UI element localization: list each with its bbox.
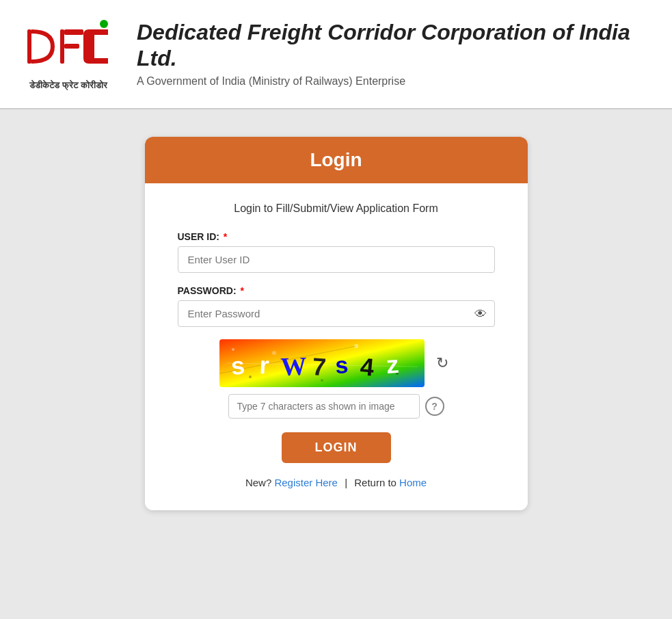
password-required-star: * bbox=[240, 285, 243, 296]
svg-text:s: s bbox=[334, 352, 349, 378]
captcha-help-button[interactable]: ? bbox=[425, 397, 444, 416]
logo-area: डेडीकेटेड फ्रेट कोरीडोर bbox=[14, 16, 123, 91]
org-name-sub: A Government of India (Ministry of Railw… bbox=[137, 75, 658, 88]
header: डेडीकेटेड फ्रेट कोरीडोर Dedicated Freigh… bbox=[0, 0, 672, 109]
register-here-link[interactable]: Register Here bbox=[274, 477, 338, 488]
userid-input[interactable] bbox=[178, 246, 495, 273]
login-button[interactable]: LOGIN bbox=[282, 432, 391, 463]
org-name-main: Dedicated Freight Corridor Corporation o… bbox=[137, 19, 658, 72]
footer-links: New? Register Here | Return to Home bbox=[178, 477, 495, 488]
footer-new-text: New? bbox=[245, 477, 271, 488]
svg-text:z: z bbox=[385, 350, 399, 379]
svg-text:4: 4 bbox=[359, 352, 375, 382]
org-name-area: Dedicated Freight Corridor Corporation o… bbox=[137, 19, 658, 88]
captcha-svg: s r W 7 s 4 z bbox=[219, 339, 425, 387]
home-link[interactable]: Home bbox=[399, 477, 427, 488]
captcha-input[interactable] bbox=[228, 394, 420, 419]
footer-return-text: Return to bbox=[354, 477, 397, 488]
password-label: PASSWORD: * bbox=[178, 285, 495, 296]
userid-form-group: USER ID: * bbox=[178, 231, 495, 273]
captcha-refresh-button[interactable]: ↻ bbox=[431, 352, 453, 374]
logo-hindi-text: डेडीकेटेड फ्रेट कोरीडोर bbox=[29, 80, 107, 91]
captcha-section: s r W 7 s 4 z bbox=[178, 339, 495, 419]
svg-text:s: s bbox=[230, 351, 246, 380]
svg-rect-1 bbox=[27, 29, 31, 64]
captcha-row: s r W 7 s 4 z bbox=[219, 339, 453, 387]
password-form-group: PASSWORD: * 👁 bbox=[178, 285, 495, 327]
svg-text:r: r bbox=[258, 351, 269, 380]
dfccil-logo bbox=[21, 16, 116, 77]
login-card: Login Login to Fill/Submit/View Applicat… bbox=[145, 137, 528, 510]
svg-text:W: W bbox=[280, 352, 306, 381]
login-card-body: Login to Fill/Submit/View Application Fo… bbox=[145, 183, 528, 510]
svg-point-8 bbox=[272, 351, 276, 355]
userid-required-star: * bbox=[224, 231, 227, 242]
password-input[interactable] bbox=[178, 300, 495, 327]
userid-label: USER ID: * bbox=[178, 231, 495, 242]
toggle-password-icon[interactable]: 👁 bbox=[474, 306, 487, 321]
svg-rect-4 bbox=[64, 44, 79, 49]
svg-point-7 bbox=[249, 376, 252, 378]
svg-rect-2 bbox=[60, 29, 64, 64]
svg-point-0 bbox=[100, 20, 108, 28]
main-content: Login Login to Fill/Submit/View Applicat… bbox=[0, 109, 672, 538]
svg-text:7: 7 bbox=[311, 352, 327, 381]
login-subtitle: Login to Fill/Submit/View Application Fo… bbox=[178, 202, 495, 215]
login-title: Login bbox=[310, 149, 362, 170]
captcha-image: s r W 7 s 4 z bbox=[219, 339, 425, 387]
password-wrapper: 👁 bbox=[178, 300, 495, 327]
login-card-header: Login bbox=[145, 137, 528, 183]
svg-rect-3 bbox=[64, 29, 83, 35]
captcha-input-row: ? bbox=[228, 394, 444, 419]
svg-point-6 bbox=[232, 348, 234, 351]
footer-divider: | bbox=[345, 477, 350, 488]
